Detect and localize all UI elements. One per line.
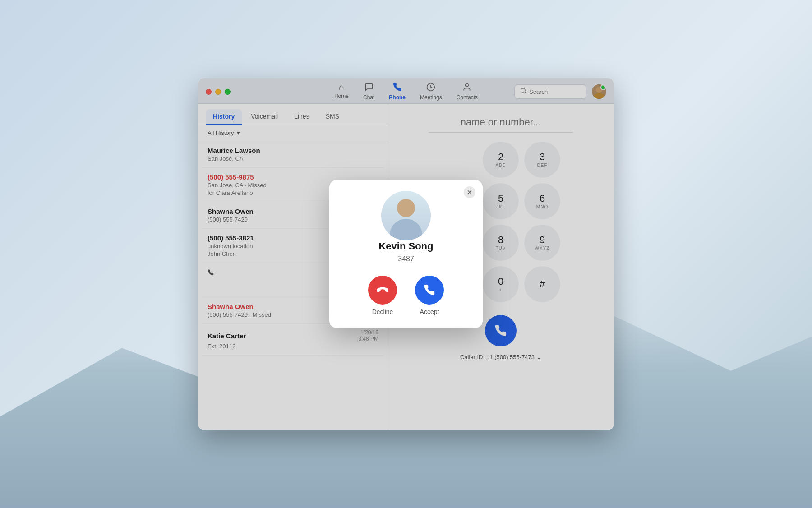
modal-overlay: ✕ Kevin Song 3487 Decline: [198, 78, 614, 430]
incoming-call-modal: ✕ Kevin Song 3487 Decline: [329, 180, 483, 328]
avatar-body: [390, 219, 422, 240]
app-window: ⌂ Home Chat Phone Meetings: [198, 78, 614, 430]
accept-circle: [415, 276, 444, 305]
incoming-caller-ext: 3487: [398, 255, 414, 263]
accept-label: Accept: [420, 308, 439, 315]
decline-circle: [368, 276, 397, 305]
decline-button[interactable]: Decline: [368, 276, 397, 315]
caller-avatar: [381, 191, 431, 240]
avatar-head: [397, 199, 415, 217]
accept-button[interactable]: Accept: [415, 276, 444, 315]
decline-label: Decline: [372, 308, 393, 315]
call-actions: Decline Accept: [368, 276, 444, 315]
modal-close-button[interactable]: ✕: [464, 186, 475, 198]
incoming-caller-name: Kevin Song: [378, 240, 433, 252]
